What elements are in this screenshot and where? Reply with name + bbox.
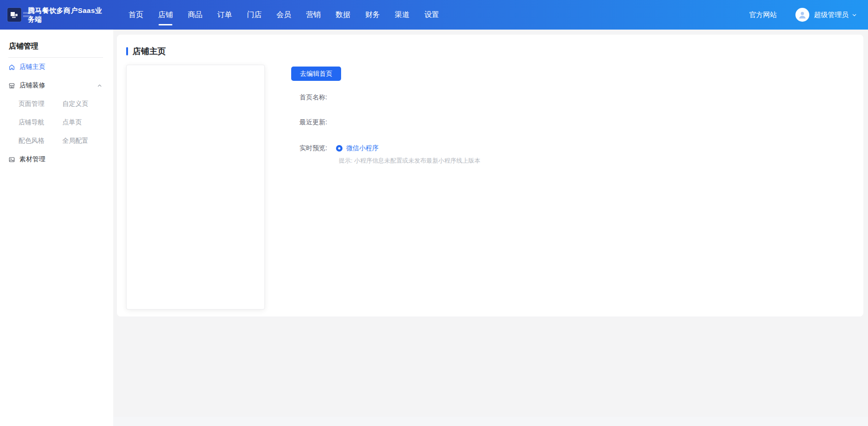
sidebar-item-label: 店铺装修: [19, 81, 45, 90]
home-name-label: 首页名称:: [291, 93, 480, 102]
live-preview-label: 实时预览:: [300, 144, 327, 152]
nav-item-member[interactable]: 会员: [269, 0, 299, 30]
nav-item-shop[interactable]: 店铺: [151, 0, 180, 30]
sidebar-submenu: 页面管理 自定义页 店铺导航 点单页 配色风格 全局配置: [0, 95, 113, 150]
brand-logo-icon: [7, 8, 21, 22]
section-title: 店铺主页: [133, 46, 166, 57]
shop-home-card: 店铺主页 去编辑首页 首页名称: 最近更新: 实时预览: 微信小程序 提示: 小…: [117, 35, 863, 316]
topbar: 腾马餐饮多商户Saas业务端 首页 店铺 商品 订单 门店 会员 营销 数据 财…: [0, 0, 868, 30]
brand: 腾马餐饮多商户Saas业务端: [7, 6, 115, 24]
sidebar-subitem-custom-page[interactable]: 自定义页: [62, 95, 113, 113]
app-title: 腾马餐饮多商户Saas业务端: [28, 6, 109, 24]
sidebar-subitem-global-config[interactable]: 全局配置: [62, 132, 113, 150]
main-layout: 店铺管理 店铺主页 店铺装修 页面管理 自定义页 店铺导航 点单页 配色风格 全…: [0, 30, 868, 426]
sidebar-item-material-manage[interactable]: 素材管理: [0, 150, 113, 169]
card-body: 去编辑首页 首页名称: 最近更新: 实时预览: 微信小程序 提示: 小程序信息未…: [126, 65, 852, 310]
person-icon: [798, 10, 807, 19]
nav-item-settings[interactable]: 设置: [417, 0, 446, 30]
username-label[interactable]: 超级管理员: [814, 11, 849, 19]
nav-item-finance[interactable]: 财务: [358, 0, 387, 30]
sidebar-item-label: 素材管理: [19, 155, 45, 164]
sidebar-subitem-color-style[interactable]: 配色风格: [18, 132, 62, 150]
sidebar-item-shop-decorate[interactable]: 店铺装修: [0, 76, 113, 95]
logo-glyph-icon: [11, 11, 18, 18]
nav-item-order[interactable]: 订单: [210, 0, 239, 30]
nav-item-channel[interactable]: 渠道: [387, 0, 417, 30]
section-accent-bar: [126, 47, 128, 55]
storefront-icon: [8, 82, 15, 89]
chevron-up-icon[interactable]: [97, 83, 102, 88]
sidebar-subitem-order-page[interactable]: 点单页: [62, 113, 113, 132]
bottom-strip: [113, 417, 868, 426]
sidebar-item-shop-home[interactable]: 店铺主页: [0, 58, 113, 76]
sidebar-subitem-page-manage[interactable]: 页面管理: [18, 95, 62, 113]
wechat-miniprogram-link[interactable]: 微信小程序: [346, 144, 379, 152]
topbar-right: 官方网站 超级管理员: [749, 8, 857, 22]
nav-item-data[interactable]: 数据: [328, 0, 358, 30]
sidebar-subitem-shop-nav[interactable]: 店铺导航: [18, 113, 62, 132]
radio-selected-icon[interactable]: [336, 145, 342, 152]
image-icon: [8, 156, 15, 163]
nav-item-store[interactable]: 门店: [239, 0, 269, 30]
nav-item-home[interactable]: 首页: [121, 0, 151, 30]
top-nav: 首页 店铺 商品 订单 门店 会员 营销 数据 财务 渠道 设置: [121, 0, 446, 30]
miniprogram-hint-text: 提示: 小程序信息未配置或未发布最新小程序线上版本: [339, 157, 480, 165]
home-icon: [8, 64, 15, 71]
live-preview-row: 实时预览: 微信小程序: [291, 144, 480, 152]
logo-marks: [23, 12, 35, 18]
nav-item-product[interactable]: 商品: [180, 0, 210, 30]
homepage-info-column: 去编辑首页 首页名称: 最近更新: 实时预览: 微信小程序 提示: 小程序信息未…: [291, 65, 480, 310]
sidebar: 店铺管理 店铺主页 店铺装修 页面管理 自定义页 店铺导航 点单页 配色风格 全…: [0, 30, 113, 426]
recent-update-label: 最近更新:: [291, 118, 480, 127]
official-site-link[interactable]: 官方网站: [749, 11, 777, 19]
chevron-down-icon[interactable]: [852, 12, 857, 18]
edit-homepage-button[interactable]: 去编辑首页: [291, 67, 341, 81]
nav-item-marketing[interactable]: 营销: [299, 0, 328, 30]
sidebar-title: 店铺管理: [0, 42, 113, 51]
user-avatar-icon[interactable]: [795, 8, 809, 22]
section-header: 店铺主页: [126, 46, 852, 57]
sidebar-item-label: 店铺主页: [19, 63, 45, 71]
content-area: 店铺主页 去编辑首页 首页名称: 最近更新: 实时预览: 微信小程序 提示: 小…: [113, 30, 868, 426]
homepage-preview-panel: [126, 65, 265, 310]
